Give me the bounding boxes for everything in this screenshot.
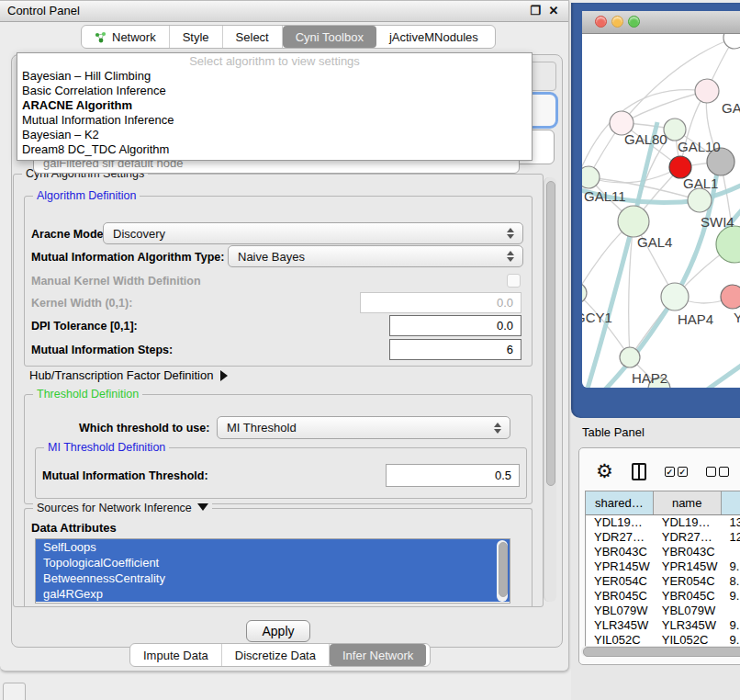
mi-threshold-field[interactable]: 0.5: [386, 464, 520, 487]
network-node[interactable]: [723, 34, 740, 49]
network-edge[interactable]: [622, 91, 707, 123]
table-panel: Table Panel ⚙ ✓✓ shared…nameA YDL19…YDL1…: [571, 418, 740, 700]
mi-steps-field[interactable]: 6: [389, 339, 521, 360]
table-row[interactable]: YBR045CYBR045C9.: [586, 589, 740, 604]
node-label: HAP2: [632, 370, 667, 386]
table-cell: YBL079W: [654, 604, 722, 618]
algorithm-option[interactable]: Bayesian – Hill Climbing: [17, 69, 532, 84]
attribute-item[interactable]: BetweennessCentrality: [36, 570, 510, 586]
bottom-tab-infer-network[interactable]: Infer Network: [330, 644, 426, 666]
table-panel-title: Table Panel: [582, 425, 645, 439]
network-node[interactable]: [688, 188, 712, 212]
tab-style[interactable]: Style: [170, 26, 223, 48]
tab-select[interactable]: Select: [223, 26, 283, 48]
table-cell: 8.: [722, 574, 740, 589]
hub-factor-expander[interactable]: Hub/Transcription Factor Definition: [29, 368, 228, 382]
bottom-tab-impute-data[interactable]: Impute Data: [130, 644, 222, 666]
algorithm-option[interactable]: Basic Correlation Inference: [17, 84, 532, 98]
panel-toggle-button[interactable]: [3, 683, 26, 700]
screen: Control Panel ❐ ✕ NetworkStyleSelectCyni…: [0, 0, 740, 700]
attribute-item[interactable]: gal4RGexp: [36, 586, 510, 602]
table-horizontal-scrollbar[interactable]: [581, 646, 740, 657]
node-label: Y: [734, 310, 740, 325]
dropdown-prompt: Select algorithm to view settings: [17, 53, 532, 69]
zoom-traffic-light[interactable]: [628, 16, 640, 28]
data-attributes-label: Data Attributes: [31, 521, 117, 535]
sources-title[interactable]: Sources for Network Inference: [33, 502, 212, 515]
network-edge[interactable]: [589, 167, 680, 183]
tab-cyni-toolbox[interactable]: Cyni Toolbox: [283, 26, 376, 48]
hub-factor-label: Hub/Transcription Factor Definition: [29, 368, 213, 382]
table-row[interactable]: YBR043CYBR043C: [586, 545, 740, 559]
deselect-all-columns-icon[interactable]: [706, 467, 729, 477]
close-icon[interactable]: ✕: [546, 4, 561, 18]
tab-network[interactable]: Network: [82, 26, 170, 48]
threshold-definition-title: Threshold Definition: [33, 388, 142, 401]
network-node[interactable]: [695, 79, 719, 103]
table-cell: YPR145W: [586, 559, 654, 574]
network-node[interactable]: [620, 347, 640, 367]
bottom-tab-discretize-data[interactable]: Discretize Data: [222, 644, 330, 666]
table-toolbar: ⚙ ✓✓: [579, 456, 740, 487]
select-all-columns-icon[interactable]: ✓✓: [665, 467, 688, 477]
tab-jactivemnodules[interactable]: jActiveMNodules: [376, 26, 491, 48]
dpi-tolerance-field[interactable]: 0.0: [389, 315, 521, 336]
network-icon: [95, 31, 107, 43]
node-label: GAL10: [678, 139, 721, 154]
network-node[interactable]: [721, 285, 740, 309]
algorithm-option[interactable]: ARACNE Algorithm: [17, 98, 532, 113]
table-row[interactable]: YLR345WYLR345W9.: [586, 618, 740, 633]
column-header[interactable]: shared…: [586, 491, 654, 514]
aracne-mode-combo[interactable]: Discovery: [103, 222, 523, 244]
mi-threshold-title: MI Threshold Definition: [44, 441, 169, 455]
manual-kernel-label: Manual Kernel Width Definition: [31, 275, 201, 288]
algorithm-option[interactable]: Bayesian – K2: [17, 128, 532, 142]
split-columns-icon[interactable]: [632, 463, 646, 480]
network-edge-highlight[interactable]: [690, 357, 740, 388]
network-node[interactable]: [618, 206, 649, 237]
gear-icon[interactable]: ⚙: [596, 461, 613, 481]
node-table: shared…nameA YDL19…YDL19…13YDR27…YDR27…1…: [585, 491, 740, 654]
bottom-tabs: Impute DataDiscretize DataInfer Network: [129, 643, 431, 667]
network-node[interactable]: [582, 166, 600, 188]
control-panel-title: Control Panel: [7, 4, 80, 17]
network-canvas[interactable]: GALGAL80GAL10GAL1GAL11SWI4GAL4GCY1HAP4YH…: [582, 34, 740, 388]
table-row[interactable]: YDR27…YDR27…12: [586, 530, 740, 545]
network-edge-highlight[interactable]: [582, 122, 657, 388]
column-header[interactable]: A: [722, 491, 740, 514]
mi-type-label: Mutual Information Algorithm Type:: [31, 251, 224, 264]
mi-type-combo[interactable]: Naive Bayes: [228, 245, 523, 267]
algorithm-option[interactable]: Dream8 DC_TDC Algorithm: [17, 142, 532, 157]
float-window-icon[interactable]: ❐: [528, 4, 543, 18]
attribute-item[interactable]: TopologicalCoefficient: [36, 555, 510, 570]
settings-scrollbar[interactable]: [544, 177, 556, 602]
network-node[interactable]: [716, 226, 740, 263]
table-cell: 13: [722, 515, 740, 530]
attributes-scrollbar[interactable]: [497, 540, 508, 602]
table-row[interactable]: YDL19…YDL19…13: [586, 515, 740, 530]
table-row[interactable]: YBL079WYBL079W: [586, 604, 740, 618]
manual-kernel-checkbox[interactable]: [507, 274, 521, 288]
node-label: GAL11: [584, 188, 626, 204]
attribute-item[interactable]: SelfLoops: [36, 539, 510, 555]
apply-button[interactable]: Apply: [246, 620, 310, 642]
algorithm-option[interactable]: Mutual Information Inference: [17, 113, 532, 128]
expander-down-icon: [197, 503, 208, 511]
table-cell: YDL19…: [586, 515, 654, 530]
network-window-titlebar: [582, 11, 740, 34]
minimize-traffic-light[interactable]: [611, 16, 623, 28]
table-cell: YBR043C: [654, 545, 722, 559]
which-threshold-combo[interactable]: MI Threshold: [217, 416, 510, 439]
network-view-window: GALGAL80GAL10GAL1GAL11SWI4GAL4GCY1HAP4YH…: [571, 3, 740, 418]
network-node[interactable]: [582, 283, 587, 303]
column-header[interactable]: name: [654, 491, 722, 514]
network-node[interactable]: [661, 283, 689, 310]
network-edge[interactable]: [622, 38, 734, 123]
table-row[interactable]: YER054CYER054C8.: [586, 574, 740, 589]
table-cell: YPR145W: [654, 559, 722, 574]
table-cell: YBR043C: [586, 545, 654, 559]
table-row[interactable]: YPR145WYPR145W9.: [586, 559, 740, 574]
close-traffic-light[interactable]: [595, 16, 607, 28]
kernel-width-field[interactable]: 0.0: [360, 292, 521, 313]
dropdown-options: Bayesian – Hill ClimbingBasic Correlatio…: [17, 69, 532, 157]
